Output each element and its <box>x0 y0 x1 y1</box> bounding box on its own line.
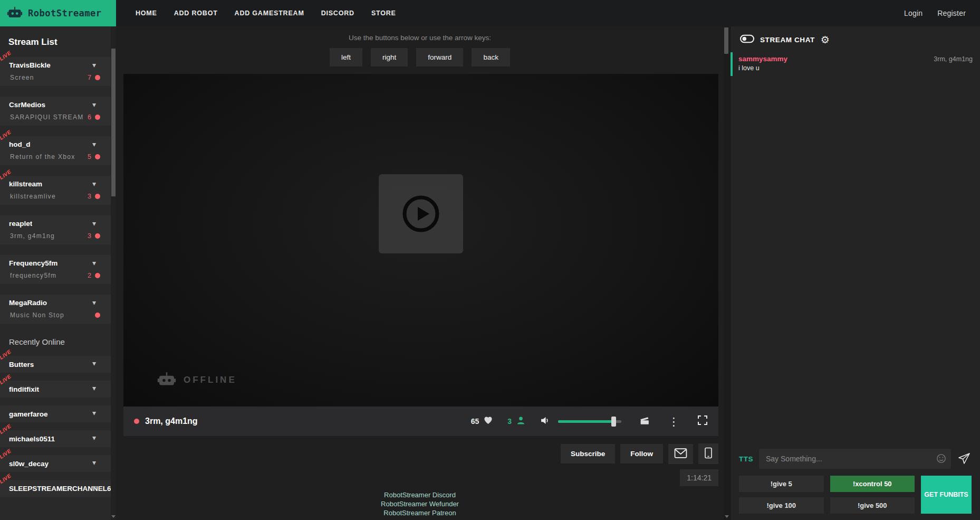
stream-link[interactable]: Return of the Xbox 5 <box>0 150 116 162</box>
channel-name[interactable]: sl0w_decay <box>9 460 49 468</box>
scrollbar-thumb[interactable] <box>724 27 728 54</box>
message-button[interactable] <box>668 444 693 464</box>
give-100-button[interactable]: !give 100 <box>739 497 824 514</box>
scroll-down-arrow[interactable] <box>111 515 116 518</box>
recently-online-item[interactable]: LIVE finditfixit ▾ <box>0 381 116 398</box>
chevron-down-icon[interactable]: ▾ <box>92 298 96 307</box>
channel-name[interactable]: CsrMedios <box>9 101 45 109</box>
nav-item-store[interactable]: STORE <box>364 5 403 21</box>
stream-group[interactable]: LIVE killstream ▾ killstreamlive 3 <box>0 176 116 205</box>
play-button[interactable] <box>379 174 463 253</box>
stream-link[interactable]: frequency5fm 2 <box>0 269 116 280</box>
chevron-down-icon[interactable]: ▾ <box>92 259 96 267</box>
nav-item-add-robot[interactable]: ADD ROBOT <box>167 5 225 21</box>
give-500-button[interactable]: !give 500 <box>830 497 915 514</box>
mobile-button[interactable] <box>698 443 718 464</box>
stream-link[interactable]: killstreamlive 3 <box>0 190 116 201</box>
recently-online-item[interactable]: LIVE SLEEPSTREAMERCHANNEL66 ▾ <box>0 480 116 497</box>
send-message-button[interactable] <box>957 451 972 466</box>
chat-username[interactable]: sammysammy <box>738 55 787 63</box>
register-link[interactable]: Register <box>930 5 973 22</box>
stream-group[interactable]: LIVE TravisBickle ▾ Screen 7 <box>0 57 116 86</box>
heart-icon[interactable] <box>484 416 493 427</box>
channel-name[interactable]: finditfixit <box>9 385 39 393</box>
move-right-button[interactable]: right <box>371 48 408 67</box>
chevron-down-icon[interactable]: ▾ <box>92 409 96 417</box>
footer-link-wefunder[interactable]: RobotStreamer Wefunder <box>116 499 724 508</box>
chat-input[interactable] <box>759 449 951 469</box>
stream-link[interactable]: SARAPIQUI STREAM 6 <box>0 110 116 122</box>
stream-group[interactable]: MegaRadio ▾ Music Non Stop <box>0 295 116 324</box>
chevron-down-icon[interactable]: ▾ <box>92 458 96 467</box>
chevron-down-icon[interactable]: ▾ <box>92 384 96 392</box>
nav-item-discord[interactable]: DISCORD <box>314 5 361 21</box>
chevron-down-icon[interactable]: ▾ <box>92 433 96 442</box>
volume-slider[interactable] <box>558 420 621 423</box>
channel-name[interactable]: TravisBickle <box>9 61 51 69</box>
subscribe-button[interactable]: Subscribe <box>561 444 615 464</box>
login-link[interactable]: Login <box>897 5 929 22</box>
recently-online-item[interactable]: LIVE sl0w_decay ▾ <box>0 455 116 472</box>
stream-link[interactable]: Music Non Stop <box>0 308 116 320</box>
channel-name[interactable]: gamerfaroe <box>9 410 48 418</box>
stream-title[interactable]: frequency5fm <box>10 272 85 279</box>
stream-title[interactable]: SARAPIQUI STREAM <box>10 114 85 121</box>
chevron-down-icon[interactable]: ▾ <box>92 100 96 109</box>
stream-title[interactable]: killstreamlive <box>10 193 85 200</box>
stream-group[interactable]: LIVE hod_d ▾ Return of the Xbox 5 <box>0 136 116 165</box>
stream-link[interactable]: 3rm, g4m1ng 3 <box>0 229 116 241</box>
xcontrol-50-button[interactable]: !xcontrol 50 <box>830 476 915 492</box>
speaker-icon[interactable] <box>540 415 550 428</box>
channel-name[interactable]: killstream <box>9 180 42 188</box>
recently-online-item[interactable]: LIVE Butters ▾ <box>0 356 116 373</box>
channel-name[interactable]: MegaRadio <box>9 299 47 307</box>
stream-title[interactable]: Music Non Stop <box>10 311 89 319</box>
quality-clapper-icon[interactable] <box>639 415 650 428</box>
stream-group[interactable]: CsrMedios ▾ SARAPIQUI STREAM 6 <box>0 97 116 126</box>
channel-name[interactable]: hod_d <box>9 140 31 148</box>
chat-toggle-switch-icon[interactable] <box>740 34 754 45</box>
chevron-down-icon[interactable]: ▾ <box>92 61 96 69</box>
stream-title[interactable]: 3rm, g4m1ng <box>10 232 85 240</box>
channel-name[interactable]: Frequency5fm <box>9 259 57 267</box>
brand-name: RobotStreamer <box>28 8 102 18</box>
emoji-picker-button[interactable] <box>936 453 946 464</box>
channel-name[interactable]: reaplet <box>9 220 32 228</box>
move-forward-button[interactable]: forward <box>416 48 463 67</box>
stream-title[interactable]: Return of the Xbox <box>10 153 85 160</box>
channel-name[interactable]: Butters <box>9 361 34 368</box>
chevron-down-icon[interactable]: ▾ <box>92 179 96 188</box>
chevron-down-icon[interactable]: ▾ <box>92 483 96 491</box>
channel-name[interactable]: SLEEPSTREAMERCHANNEL66 <box>9 485 115 493</box>
recently-online-item[interactable]: gamerfaroe ▾ <box>0 405 116 422</box>
footer-link-patreon[interactable]: RobotStreamer Patreon <box>116 508 724 517</box>
footer-link-discord[interactable]: RobotStreamer Discord <box>116 490 724 499</box>
channel-name[interactable]: michaels0511 <box>9 435 55 443</box>
recently-online-item[interactable]: LIVE michaels0511 ▾ <box>0 430 116 447</box>
main-scrollbar[interactable] <box>724 26 730 520</box>
scroll-down-arrow[interactable] <box>725 515 729 518</box>
move-left-button[interactable]: left <box>330 48 362 67</box>
chevron-down-icon[interactable]: ▾ <box>92 359 96 367</box>
nav-item-home[interactable]: HOME <box>129 5 164 21</box>
volume-handle[interactable] <box>611 417 616 427</box>
tts-toggle[interactable]: TTS <box>739 455 753 463</box>
chevron-down-icon[interactable]: ▾ <box>92 219 96 228</box>
follow-button[interactable]: Follow <box>620 444 663 464</box>
gear-icon[interactable]: ⚙ <box>821 35 830 45</box>
sidebar-scrollbar[interactable] <box>111 26 116 520</box>
get-funbits-button[interactable]: GET FUNBITS <box>921 476 972 514</box>
move-back-button[interactable]: back <box>472 48 510 67</box>
brand-logo[interactable]: RobotStreamer <box>0 0 116 26</box>
stream-group[interactable]: reaplet ▾ 3rm, g4m1ng 3 <box>0 215 116 244</box>
stream-title[interactable]: Screen <box>10 74 85 81</box>
stream-group[interactable]: Frequency5fm ▾ frequency5fm 2 <box>0 255 116 284</box>
video-player[interactable]: OFFLINE <box>123 74 718 406</box>
scrollbar-thumb[interactable] <box>111 49 116 196</box>
more-options-icon[interactable]: ⋮ <box>665 416 683 427</box>
fullscreen-icon[interactable] <box>697 415 708 428</box>
nav-item-add-gamestream[interactable]: ADD GAMESTREAM <box>228 5 311 21</box>
stream-link[interactable]: Screen 7 <box>0 71 116 82</box>
chevron-down-icon[interactable]: ▾ <box>92 140 96 148</box>
give-5-button[interactable]: !give 5 <box>739 476 824 492</box>
